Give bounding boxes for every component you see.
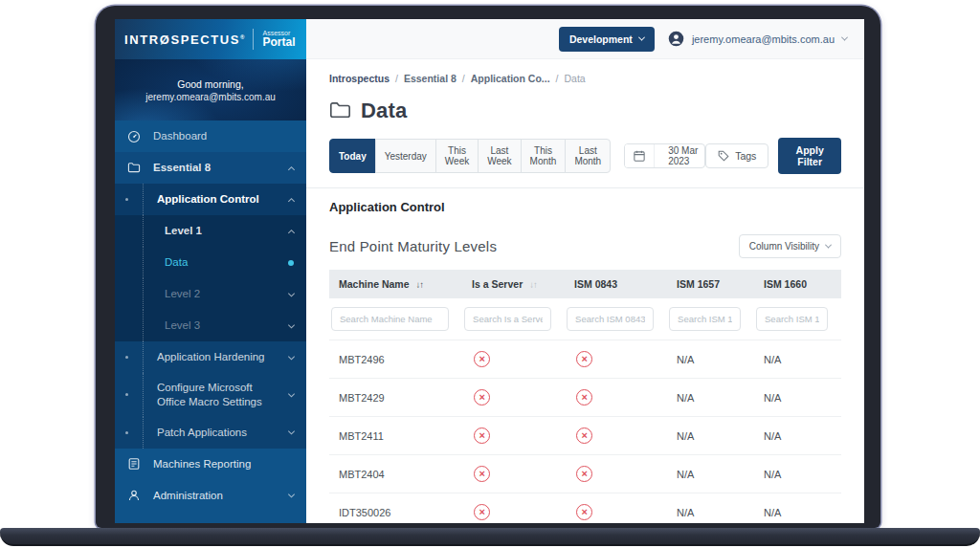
chevron-down-icon — [288, 390, 295, 397]
sidebar-item-label: Application Control — [157, 192, 259, 207]
sort-icon: ↓↑ — [416, 279, 424, 290]
cell-ism_1657: N/A — [667, 340, 754, 379]
page-title: Data — [361, 99, 408, 123]
sidebar-item-label: Dashboard — [153, 129, 207, 143]
filter-range-last-week[interactable]: Last Week — [478, 139, 521, 173]
breadcrumb-item[interactable]: Introspectus — [329, 73, 390, 84]
filter-range-this-week[interactable]: This Week — [435, 139, 479, 173]
chevron-down-icon — [288, 353, 295, 360]
table-row[interactable]: IDT350026××N/AN/A — [329, 493, 841, 524]
tag-icon — [718, 150, 729, 162]
brand-logo: INTRØSPECTUS® Assessor Portal — [115, 19, 306, 59]
cell-ism_0843: × — [565, 417, 667, 455]
sidebar-item-label: Data — [165, 255, 188, 270]
apply-filter-button[interactable]: Apply Filter — [778, 138, 841, 174]
cell-is_a_server: × — [462, 340, 565, 379]
chevron-down-icon — [288, 492, 295, 498]
user-email[interactable]: jeremy.omeara@mbits.com.au — [692, 33, 835, 45]
cross-circle-icon: × — [474, 389, 490, 406]
cell-machine_name: MBT2496 — [329, 340, 462, 379]
sidebar-item-data[interactable]: Data — [115, 247, 306, 278]
cell-ism_1657: N/A — [667, 455, 754, 493]
table-row[interactable]: MBT2429××N/AN/A — [329, 379, 841, 417]
search-ism_0843-input[interactable] — [567, 307, 654, 331]
chevron-up-icon — [288, 229, 295, 235]
search-machine_name-input[interactable] — [331, 307, 449, 331]
chevron-down-icon — [638, 34, 645, 41]
active-page-dot — [288, 260, 294, 266]
calendar-icon[interactable] — [625, 144, 655, 167]
table-header-row: End Point Maturity Levels Column Visibil… — [329, 234, 841, 258]
cell-ism_1660: N/A — [754, 340, 841, 379]
user-avatar-icon — [668, 31, 684, 47]
chevron-up-icon — [288, 165, 295, 172]
brand-name: INTRØSPECTUS® — [124, 33, 244, 47]
table-row[interactable]: MBT2404××N/AN/A — [329, 455, 841, 493]
sidebar-item-level-1[interactable]: Level 1 — [115, 215, 306, 247]
chevron-down-icon — [288, 428, 295, 435]
column-visibility-button[interactable]: Column Visibility — [739, 234, 841, 258]
table-row[interactable]: MBT2411××N/AN/A — [329, 417, 841, 455]
report-icon — [127, 457, 141, 471]
maturity-table: Machine Name↓↑Is a Server↓↑ISM 0843ISM 1… — [329, 270, 841, 523]
breadcrumb-separator: / — [462, 73, 465, 84]
chevron-down-icon — [288, 321, 295, 328]
column-header-ism_1657: ISM 1657 — [667, 270, 754, 298]
cell-is_a_server: × — [462, 417, 565, 455]
sidebar-nav: DashboardEssential 8Application ControlL… — [115, 121, 306, 523]
table-title: End Point Maturity Levels — [329, 238, 497, 254]
sidebar-item-application-control[interactable]: Application Control — [115, 184, 306, 215]
tree-node-dot — [125, 393, 128, 396]
sidebar-item-essential-8[interactable]: Essential 8 — [115, 152, 306, 184]
tree-node-dot — [125, 431, 128, 434]
search-ism_1657-input[interactable] — [669, 307, 741, 331]
filter-range-this-month[interactable]: This Month — [521, 139, 567, 173]
tags-button[interactable]: Tags — [705, 143, 768, 168]
filter-range-yesterday[interactable]: Yesterday — [375, 139, 436, 173]
breadcrumb: Introspectus/Essential 8/Application Co.… — [329, 73, 841, 84]
chevron-up-icon — [288, 197, 295, 204]
cross-circle-icon: × — [576, 504, 592, 520]
cell-ism_1657: N/A — [667, 379, 754, 417]
search-is_a_server-input[interactable] — [464, 307, 551, 331]
chevron-down-icon — [288, 290, 295, 296]
sidebar-item-level-2[interactable]: Level 2 — [115, 278, 306, 310]
cross-circle-icon: × — [576, 466, 592, 482]
page-background: INTRØSPECTUS® Assessor Portal Good morni… — [0, 0, 980, 548]
cell-ism_0843: × — [565, 340, 667, 379]
table-row[interactable]: MBT2496××N/AN/A — [329, 340, 841, 379]
cross-circle-icon: × — [474, 351, 490, 367]
sidebar-item-level-3[interactable]: Level 3 — [115, 310, 306, 341]
sidebar: INTRØSPECTUS® Assessor Portal Good morni… — [115, 19, 306, 523]
sidebar-item-machines-reporting[interactable]: Machines Reporting — [115, 449, 306, 480]
sidebar-item-dashboard[interactable]: Dashboard — [115, 121, 306, 152]
sidebar-item-administration[interactable]: Administration — [115, 480, 306, 512]
column-header-is_a_server[interactable]: Is a Server↓↑ — [462, 270, 565, 298]
breadcrumb-item[interactable]: Application Co... — [471, 73, 550, 84]
environment-dropdown-button[interactable]: Development — [559, 27, 655, 52]
filter-toolbar: TodayYesterdayThis WeekLast WeekThis Mon… — [329, 138, 841, 174]
column-header-machine_name[interactable]: Machine Name↓↑ — [329, 270, 462, 298]
cell-machine_name: IDT350026 — [329, 493, 462, 524]
cell-machine_name: MBT2404 — [329, 455, 462, 493]
page-title-row: Data — [329, 99, 841, 123]
cell-is_a_server: × — [462, 493, 565, 524]
person-icon — [127, 489, 141, 502]
sidebar-item-application-hardening[interactable]: Application Hardening — [115, 341, 306, 373]
filter-range-last-month[interactable]: Last Month — [565, 139, 611, 173]
tree-node-dot — [125, 198, 128, 201]
filter-range-today[interactable]: Today — [329, 139, 376, 173]
environment-label: Development — [569, 33, 633, 45]
sidebar-item-label: Administration — [153, 489, 223, 503]
date-input[interactable]: 30 Mar 2023 — [655, 144, 705, 167]
breadcrumb-item[interactable]: Essential 8 — [404, 73, 457, 84]
cross-circle-icon: × — [576, 389, 592, 406]
sidebar-item-patch-applications[interactable]: Patch Applications — [115, 417, 306, 449]
section-title: Application Control — [329, 200, 841, 214]
chevron-down-icon[interactable] — [841, 34, 848, 41]
sidebar-item-configure-microsoft-office-macro-settings[interactable]: Configure Microsoft Office Macro Setting… — [115, 373, 306, 417]
search-ism_1660-input[interactable] — [756, 307, 828, 331]
cross-circle-icon: × — [576, 427, 592, 444]
sidebar-item-label: Essential 8 — [153, 161, 211, 175]
cell-ism_1657: N/A — [667, 493, 754, 524]
